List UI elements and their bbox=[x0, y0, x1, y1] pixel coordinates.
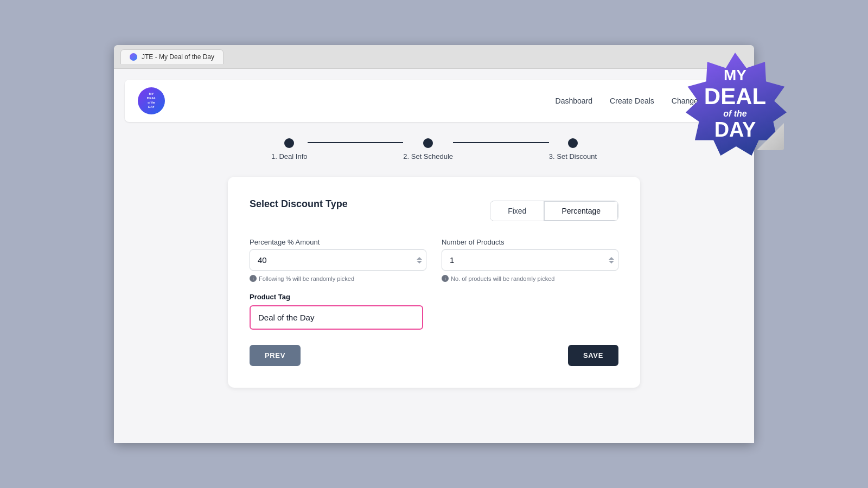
section-title: Select Discount Type bbox=[250, 198, 348, 210]
step-label-3: 3. Set Discount bbox=[549, 152, 597, 160]
step-label-2: 2. Set Schedule bbox=[403, 152, 453, 160]
products-hint-text: No. of products will be randomly picked bbox=[451, 275, 554, 282]
badge-text: MY DEAL of the DAY bbox=[704, 67, 766, 141]
browser-content: MY DEAL of the DAY MYDEALof theDAY Dashb… bbox=[114, 69, 754, 443]
prev-button[interactable]: PREV bbox=[250, 345, 301, 366]
step-dot-1 bbox=[284, 138, 294, 148]
percentage-up-arrow[interactable] bbox=[417, 257, 422, 260]
step-set-discount: 3. Set Discount bbox=[549, 138, 597, 160]
percentage-input[interactable] bbox=[250, 249, 426, 271]
deal-badge: MY DEAL of the DAY bbox=[684, 53, 787, 156]
tab-bar: JTE - My Deal of the Day bbox=[114, 45, 754, 69]
step-line-2 bbox=[453, 142, 549, 143]
percentage-down-arrow[interactable] bbox=[417, 261, 422, 264]
product-tag-label: Product Tag bbox=[250, 293, 618, 301]
products-hint: i No. of products will be randomly picke… bbox=[442, 275, 618, 282]
nav-logo: MYDEALof theDAY bbox=[138, 87, 165, 114]
percentage-label: Percentage % Amount bbox=[250, 238, 426, 246]
tab-title: JTE - My Deal of the Day bbox=[142, 53, 214, 61]
percentage-input-wrapper bbox=[250, 249, 426, 271]
badge-my: MY bbox=[704, 67, 766, 84]
step-label-1: 1. Deal Info bbox=[271, 152, 308, 160]
step-set-schedule: 2. Set Schedule bbox=[403, 138, 453, 160]
step-line-1 bbox=[308, 142, 404, 143]
badge-sticker: MY DEAL of the DAY bbox=[684, 53, 787, 156]
nav-link-dashboard[interactable]: Dashboard bbox=[556, 97, 593, 105]
step-dot-2 bbox=[423, 138, 433, 148]
navbar: MYDEALof theDAY Dashboard Create Deals C… bbox=[125, 80, 743, 122]
percentage-hint-icon: i bbox=[250, 275, 257, 282]
browser-window: JTE - My Deal of the Day MY DEAL of the … bbox=[114, 45, 754, 443]
products-up-arrow[interactable] bbox=[609, 257, 614, 260]
products-spinner[interactable] bbox=[609, 257, 614, 264]
products-input[interactable] bbox=[442, 249, 618, 271]
products-input-wrapper bbox=[442, 249, 618, 271]
products-hint-icon: i bbox=[442, 275, 449, 282]
step-dot-3 bbox=[568, 138, 578, 148]
save-button[interactable]: SAVE bbox=[568, 345, 618, 366]
toggle-percentage[interactable]: Percentage bbox=[544, 201, 618, 221]
percentage-spinner[interactable] bbox=[417, 257, 422, 264]
badge-of: of the bbox=[704, 109, 766, 119]
toggle-fixed[interactable]: Fixed bbox=[490, 201, 544, 221]
action-row: PREV SAVE bbox=[250, 345, 618, 366]
stepper: 1. Deal Info 2. Set Schedule 3. Set Disc… bbox=[125, 138, 743, 160]
product-tag-input[interactable] bbox=[250, 305, 423, 330]
stepper-track: 1. Deal Info 2. Set Schedule 3. Set Disc… bbox=[271, 138, 597, 160]
percentage-hint: i Following % will be randomly picked bbox=[250, 275, 426, 282]
products-field-group: Number of Products i No. of products wil… bbox=[442, 238, 618, 282]
percentage-field-group: Percentage % Amount i Following % will b… bbox=[250, 238, 426, 282]
badge-deal: DEAL bbox=[704, 84, 766, 109]
percentage-hint-text: Following % will be randomly picked bbox=[259, 275, 354, 282]
step-deal-info: 1. Deal Info bbox=[271, 138, 308, 160]
main-card: Select Discount Type Fixed Percentage Pe… bbox=[228, 177, 640, 388]
tab-favicon bbox=[130, 53, 137, 61]
product-tag-section: Product Tag bbox=[250, 293, 618, 330]
discount-type-toggle: Fixed Percentage bbox=[490, 201, 618, 221]
products-down-arrow[interactable] bbox=[609, 261, 614, 264]
products-label: Number of Products bbox=[442, 238, 618, 246]
nav-link-create-deals[interactable]: Create Deals bbox=[610, 97, 654, 105]
discount-type-row: Select Discount Type Fixed Percentage bbox=[250, 198, 618, 223]
browser-tab[interactable]: JTE - My Deal of the Day bbox=[120, 49, 224, 64]
badge-day: DAY bbox=[704, 118, 766, 141]
fields-row: Percentage % Amount i Following % will b… bbox=[250, 238, 618, 282]
